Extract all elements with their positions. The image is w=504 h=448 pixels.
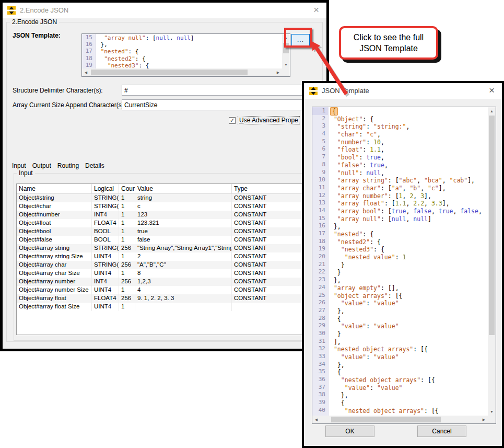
tab-details[interactable]: Details (83, 161, 107, 170)
line-number: 39 (312, 399, 328, 407)
line-number: 16 (312, 222, 328, 230)
close-icon[interactable]: × (313, 3, 319, 17)
table-cell: 4 (135, 286, 232, 294)
scrollbar-thumb[interactable] (331, 417, 441, 422)
array-size-append-input[interactable] (122, 99, 306, 110)
column-header-logical[interactable]: Logical (92, 184, 119, 193)
structure-delimiter-input[interactable] (122, 85, 306, 96)
json-template-preview[interactable]: 1516171819 "array null": [null, null] },… (81, 33, 290, 77)
table-cell: UINT4 (92, 269, 119, 278)
scrollbar-corner (488, 416, 496, 423)
code-line: "nested2": { (97, 55, 282, 62)
table-cell: 1 (119, 227, 135, 236)
table-cell: Object#array float (17, 294, 92, 303)
scroll-down-icon[interactable]: ▼ (488, 408, 496, 416)
editor-code[interactable]: { "Object": { "string": "string:", "char… (329, 107, 488, 416)
table-cell: Object#array string Size (17, 252, 92, 261)
table-cell: Object#bool (17, 227, 92, 236)
cancel-button[interactable]: Cancel (417, 426, 466, 437)
open-template-button[interactable]: ... (291, 34, 310, 47)
tab-routing[interactable]: Routing (55, 161, 81, 170)
code-line: "char": "c", (330, 131, 488, 139)
close-icon[interactable]: × (489, 83, 495, 98)
scrollbar-thumb[interactable] (489, 116, 495, 335)
line-number: 20 (312, 253, 328, 261)
table-cell: STRING(... (92, 194, 119, 202)
json-template-titlebar[interactable]: JSON Template × (304, 83, 502, 99)
table-row[interactable]: Object#array charSTRING(...256"A","B","C… (17, 261, 317, 269)
preview-code[interactable]: "array null": [null, null] }, "nested": … (96, 34, 282, 68)
table-row[interactable]: Object#array number SizeUINT414CONSTANT (17, 286, 317, 294)
checkmark-icon: ✓ (230, 117, 235, 123)
code-line: "array char": ["a", "b", "c"], (330, 185, 488, 192)
code-line: }, (97, 41, 282, 48)
code-line: ], (330, 338, 488, 346)
table-row[interactable]: Object#stringSTRING(...1stringCONSTANT (17, 194, 317, 202)
line-number: 7 (312, 153, 328, 161)
use-advanced-checkbox[interactable]: ✓ (229, 117, 236, 124)
code-line: "array number": [1, 2, 3], (330, 192, 488, 200)
table-row[interactable]: Object#boolBOOL1trueCONSTANT (17, 227, 317, 236)
scroll-down-icon[interactable]: ▼ (282, 61, 290, 68)
array-size-append-label: Array Current Size Append Character(s): (13, 101, 125, 109)
scrollbar-corner (282, 68, 290, 76)
scrollbar-thumb[interactable] (283, 43, 289, 53)
encode-json-titlebar[interactable]: 2.Encode JSON × (3, 3, 326, 18)
column-header-name[interactable]: Name (17, 184, 92, 193)
app-icon (7, 6, 16, 15)
code-line: }, (330, 223, 488, 231)
code-line: "array null": [null, null] (330, 215, 488, 223)
scroll-up-icon[interactable]: ▲ (282, 34, 290, 42)
use-advanced-label[interactable]: Use Advanced Prope (238, 117, 299, 124)
line-number: 18 (82, 55, 95, 62)
json-template-editor[interactable]: 1234567891011121314151617181920212223242… (312, 107, 496, 424)
code-line: }, (330, 307, 488, 315)
table-row[interactable]: Object#falseBOOL1falseCONSTANT (17, 236, 317, 244)
editor-vertical-scrollbar[interactable]: ▲ ▼ (488, 107, 496, 416)
table-cell: UINT4 (92, 286, 119, 294)
scroll-up-icon[interactable]: ▲ (488, 107, 496, 115)
scrollbar-thumb[interactable] (91, 70, 248, 75)
code-line: "number": 10, (330, 139, 488, 146)
line-number: 30 (312, 330, 328, 338)
scroll-left-icon[interactable]: ◀ (82, 68, 90, 76)
table-cell: BOOL (92, 227, 119, 236)
line-number: 4 (312, 130, 328, 138)
table-row[interactable]: Object#array stringSTRING(...256"String … (17, 244, 317, 252)
table-row[interactable]: Object#floatFLOAT41123.321CONSTANT (17, 219, 317, 227)
dialog-title: 2.Encode JSON (20, 3, 68, 18)
scroll-left-icon[interactable]: ◀ (312, 416, 320, 423)
table-cell: 1 (119, 286, 135, 294)
line-number: 35 (312, 368, 328, 376)
line-number: 36 (312, 376, 328, 384)
preview-vertical-scrollbar[interactable]: ▲ ▼ (282, 34, 290, 68)
table-cell: 2 (135, 252, 232, 261)
code-line: "null": null, (330, 169, 488, 177)
table-cell: Object#char (17, 202, 92, 211)
editor-horizontal-scrollbar[interactable]: ◀ ▶ (312, 416, 488, 423)
ok-button[interactable]: OK (325, 426, 374, 437)
code-line: "nested2": { (330, 238, 488, 246)
column-header-value[interactable]: Value (135, 184, 232, 193)
table-row[interactable]: Object#charSTRING(...1cCONSTANT (17, 202, 317, 211)
table-cell: STRING(... (92, 261, 119, 269)
table-row[interactable]: Object#array string SizeUINT412CONSTANT (17, 252, 317, 261)
line-number: 28 (312, 315, 328, 323)
code-line: "bool": true, (330, 154, 488, 162)
table-row[interactable]: Object#array numberINT42561,2,3CONSTANT (17, 278, 317, 286)
scroll-right-icon[interactable]: ▶ (274, 68, 282, 76)
line-number: 37 (312, 384, 328, 392)
json-template-body: 1234567891011121314151617181920212223242… (304, 99, 502, 446)
line-number: 38 (312, 391, 328, 399)
column-header-count[interactable]: Count (119, 184, 135, 193)
table-row[interactable]: Object#array float SizeUINT41 (17, 303, 317, 311)
table-row[interactable]: Object#numberINT41123CONSTANT (17, 211, 317, 219)
preview-horizontal-scrollbar[interactable]: ◀ ▶ (82, 68, 282, 76)
scroll-right-icon[interactable]: ▶ (480, 416, 488, 423)
code-line: } (330, 261, 488, 269)
line-number: 26 (312, 299, 328, 307)
code-line: "false": true, (330, 162, 488, 169)
table-row[interactable]: Object#array char SizeUINT418CONSTANT (17, 269, 317, 278)
table-row[interactable]: Object#array floatFLOAT42569. 1, 2. 2, 3… (17, 294, 317, 303)
line-number: 9 (312, 169, 328, 177)
